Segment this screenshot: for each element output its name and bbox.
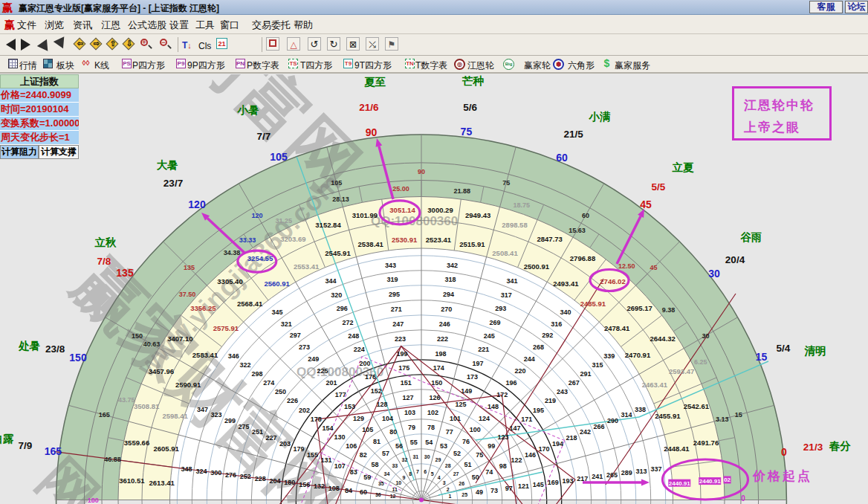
svg-text:276: 276 — [225, 471, 236, 479]
svg-text:37.50: 37.50 — [179, 291, 196, 298]
svg-text:320: 320 — [331, 291, 342, 299]
svg-text:36: 36 — [375, 492, 381, 497]
svg-text:35: 35 — [378, 481, 384, 486]
svg-text:2847.73: 2847.73 — [537, 235, 563, 243]
svg-text:120: 120 — [252, 212, 263, 219]
svg-text:198: 198 — [435, 350, 446, 358]
svg-text:2593.47: 2593.47 — [669, 367, 694, 375]
svg-text:大暑: 大暑 — [157, 159, 178, 171]
svg-text:124: 124 — [479, 415, 490, 422]
svg-text:芒种: 芒种 — [461, 75, 485, 87]
svg-text:2695.17: 2695.17 — [626, 304, 652, 312]
svg-text:90: 90 — [366, 126, 378, 138]
svg-text:127: 127 — [402, 394, 413, 401]
svg-text:272: 272 — [342, 319, 353, 326]
svg-text:339: 339 — [603, 352, 615, 360]
svg-text:2598.41: 2598.41 — [162, 412, 188, 420]
svg-text:49: 49 — [476, 488, 483, 496]
svg-text:165: 165 — [45, 445, 62, 457]
svg-text:135: 135 — [116, 267, 134, 279]
svg-text:白露: 白露 — [0, 433, 14, 445]
svg-text:274: 274 — [263, 379, 274, 387]
svg-text:5/4: 5/4 — [777, 343, 791, 354]
svg-text:15: 15 — [756, 351, 768, 363]
svg-text:265: 265 — [606, 471, 618, 479]
svg-text:318: 318 — [444, 276, 456, 283]
svg-text:251: 251 — [252, 428, 263, 436]
svg-text:2530.91: 2530.91 — [392, 236, 418, 244]
svg-text:3: 3 — [443, 480, 446, 485]
svg-text:2613.41: 2613.41 — [149, 479, 175, 487]
svg-text:77: 77 — [446, 428, 453, 436]
svg-text:106: 106 — [346, 442, 357, 450]
svg-text:154: 154 — [323, 424, 334, 432]
svg-text:23/7: 23/7 — [163, 178, 183, 189]
svg-text:11: 11 — [392, 487, 398, 492]
svg-text:2515.91: 2515.91 — [459, 240, 485, 248]
svg-text:83: 83 — [350, 468, 357, 476]
svg-text:3051.14: 3051.14 — [389, 206, 415, 214]
svg-text:108: 108 — [328, 485, 340, 492]
svg-text:129: 129 — [353, 415, 364, 422]
svg-text:147: 147 — [509, 424, 520, 432]
svg-text:60: 60 — [582, 212, 589, 219]
svg-text:221: 221 — [478, 346, 489, 353]
svg-text:21/3: 21/3 — [803, 442, 823, 453]
svg-text:176: 176 — [365, 373, 376, 381]
svg-text:60: 60 — [556, 152, 568, 164]
svg-text:123: 123 — [497, 433, 508, 441]
svg-text:126: 126 — [430, 394, 441, 401]
svg-text:56: 56 — [395, 442, 403, 450]
svg-text:2440.91: 2440.91 — [699, 478, 721, 485]
svg-text:81: 81 — [373, 438, 380, 445]
svg-text:25: 25 — [461, 492, 467, 497]
svg-text:151: 151 — [401, 379, 412, 387]
svg-text:2542.61: 2542.61 — [684, 402, 710, 410]
svg-text:174: 174 — [433, 364, 444, 372]
svg-text:156: 156 — [299, 481, 310, 488]
svg-text:290: 290 — [607, 417, 618, 424]
svg-text:226: 226 — [287, 397, 298, 404]
svg-text:82: 82 — [360, 451, 367, 459]
svg-text:98: 98 — [499, 462, 507, 470]
svg-text:75: 75 — [461, 126, 473, 138]
svg-text:8: 8 — [409, 471, 412, 476]
svg-text:27: 27 — [453, 471, 459, 476]
svg-text:131: 131 — [320, 456, 331, 464]
svg-text:79: 79 — [408, 424, 415, 431]
svg-text:252: 252 — [240, 473, 251, 480]
svg-text:80: 80 — [389, 428, 397, 436]
svg-text:177: 177 — [335, 391, 346, 398]
svg-text:346: 346 — [228, 352, 239, 360]
svg-text:300: 300 — [210, 469, 221, 476]
svg-text:338: 338 — [635, 406, 646, 413]
svg-text:5/5: 5/5 — [652, 181, 666, 193]
svg-text:150: 150 — [132, 332, 143, 340]
svg-text:152: 152 — [371, 387, 382, 395]
svg-text:6: 6 — [424, 469, 427, 474]
svg-text:51: 51 — [464, 461, 471, 468]
svg-text:271: 271 — [391, 306, 402, 313]
svg-text:2455.91: 2455.91 — [655, 412, 681, 420]
svg-text:54: 54 — [425, 439, 433, 446]
svg-text:171: 171 — [521, 416, 532, 423]
svg-text:101: 101 — [450, 415, 461, 422]
svg-text:170: 170 — [539, 445, 550, 453]
svg-text:0: 0 — [781, 446, 787, 458]
svg-text:97: 97 — [505, 485, 513, 492]
svg-text:130: 130 — [334, 433, 345, 441]
svg-text:5/6: 5/6 — [463, 102, 477, 113]
svg-text:02: 02 — [724, 476, 731, 483]
svg-text:242: 242 — [580, 428, 591, 436]
svg-text:2553.41: 2553.41 — [294, 262, 320, 271]
svg-text:29: 29 — [435, 457, 441, 462]
svg-text:15: 15 — [735, 411, 742, 419]
svg-text:3457.96: 3457.96 — [149, 367, 174, 375]
svg-text:243: 243 — [557, 388, 568, 395]
svg-text:132: 132 — [314, 482, 325, 490]
svg-text:15.63: 15.63 — [569, 227, 586, 234]
svg-text:150: 150 — [431, 379, 442, 387]
svg-text:269: 269 — [489, 319, 500, 326]
svg-text:1: 1 — [448, 494, 451, 499]
svg-text:3305.40: 3305.40 — [217, 277, 242, 285]
